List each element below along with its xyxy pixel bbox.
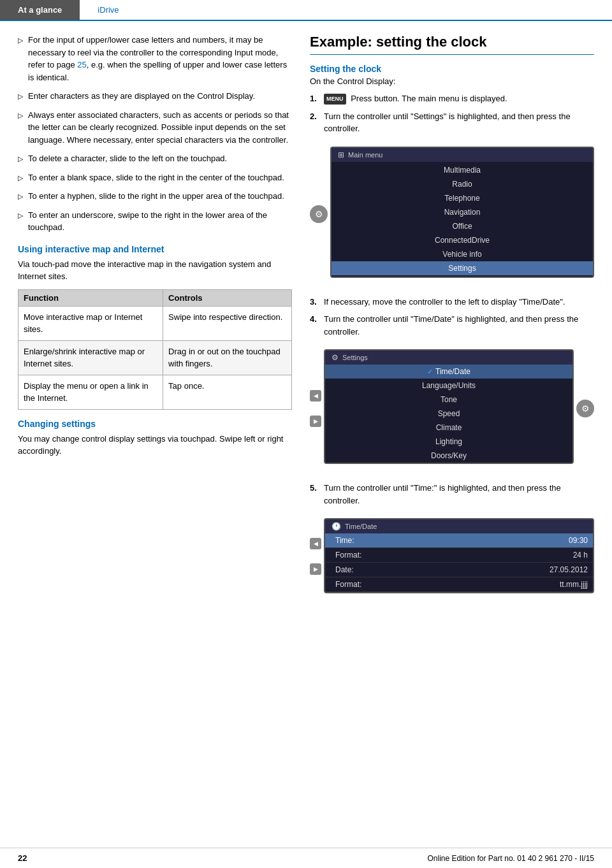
grid-icon: ⊞	[338, 150, 344, 159]
section1-heading: Using interactive map and Internet	[18, 244, 292, 254]
settings-timedate-label: Time/Date	[435, 367, 470, 376]
list-item: ▷ To enter an underscore, swipe to the r…	[18, 209, 292, 234]
settings-item-tone: Tone	[325, 393, 572, 407]
table-cell-controls: Swipe into re­spective direc­tion.	[163, 306, 292, 340]
step-num-1: 1.	[310, 92, 324, 105]
step-content-5: Turn the controller until "Time:" is hig…	[324, 482, 594, 507]
timedate-label: Time/Date	[345, 523, 377, 530]
main-menu-label: Main menu	[348, 151, 382, 159]
bullet-arrow-icon: ▷	[18, 110, 23, 121]
step-content-1: MENU Press button. The main menu is disp…	[324, 92, 594, 105]
bullet-arrow-icon: ▷	[18, 173, 23, 184]
function-table: Function Controls Move interactive map o…	[18, 289, 292, 410]
list-item: ▷ Always enter associated characters, su…	[18, 109, 292, 147]
list-item: ▷ To enter a blank space, slide to the r…	[18, 171, 292, 184]
footer: 22 Online Edition for Part no. 01 40 2 9…	[0, 848, 612, 868]
bullet-text: Always enter associated characters, such…	[28, 109, 292, 147]
list-item: ▷ To enter a hyphen, slide to the right …	[18, 190, 292, 203]
nav-arrows-timedate: ◀ ▶	[310, 538, 321, 575]
section2-heading: Changing settings	[18, 419, 292, 429]
bullet-text: To enter a blank space, slide to the rig…	[28, 171, 284, 184]
settings-item-language: Language/Units	[325, 379, 572, 393]
menu-item-telephone: Telephone	[332, 191, 593, 205]
timedate-format2-label: Format:	[325, 577, 464, 591]
menu-item-radio: Radio	[332, 177, 593, 191]
step-text-1: Press button. The main menu is displayed…	[351, 94, 507, 103]
section2-text: You may change control display settings …	[18, 433, 292, 458]
menu-item-multimedia: Multimedia	[332, 163, 593, 177]
main-menu-screen: ⊞ Main menu Multimedia Radio Telephone N…	[330, 141, 594, 287]
step-2: 2. Turn the controller until "Settings" …	[310, 110, 594, 135]
example-title: Example: setting the clock	[310, 34, 594, 55]
timedate-row-format2: Format: tt.mm.jjjj	[325, 577, 593, 592]
timedate-clock-icon: 🕐	[332, 522, 341, 531]
bullet-text: To enter an underscore, swipe to the rig…	[28, 209, 292, 234]
settings-screen-header: ⚙ Settings	[325, 351, 572, 365]
timedate-display: 🕐 Time/Date Time: 09:30 Format: 24 h Dat…	[324, 518, 594, 593]
settings-gear-icon: ⚙	[332, 353, 339, 362]
step-4: 4. Turn the controller until "Time/Date"…	[310, 313, 594, 338]
step-content-4: Turn the controller until "Time/Date" is…	[324, 313, 594, 338]
gear-icon: ⚙	[310, 205, 328, 223]
settings-screen: ⚙ Settings ✓ Time/Date Language/Units To…	[324, 344, 574, 473]
table-cell-function: Display the menu or open a link in the I…	[18, 375, 163, 409]
step-content-3: If necessary, move the controller to the…	[324, 296, 594, 308]
step-num-2: 2.	[310, 110, 324, 123]
tab-idrive[interactable]: iDrive	[80, 0, 136, 20]
page-number: 22	[18, 853, 27, 863]
nav-left-icon[interactable]: ◀	[310, 390, 321, 401]
bullet-text: Enter characters as they are displayed o…	[28, 90, 255, 103]
table-cell-function: Enlarge/shrink interactive map or Intern…	[18, 340, 163, 375]
nav-left-timedate-icon[interactable]: ◀	[310, 538, 321, 549]
settings-display: ⚙ Settings ✓ Time/Date Language/Units To…	[324, 349, 574, 464]
step-num-5: 5.	[310, 482, 324, 495]
bullet-arrow-icon: ▷	[18, 210, 23, 221]
footer-text: Online Edition for Part no. 01 40 2 961 …	[427, 854, 594, 863]
settings-gear-circle-icon: ⚙	[576, 400, 594, 417]
table-cell-controls: Tap once.	[163, 375, 292, 409]
timedate-format2-value: tt.mm.jjjj	[464, 577, 593, 591]
example-subtext: On the Control Display:	[310, 76, 594, 86]
timedate-format1-value: 24 h	[464, 548, 593, 562]
page-ref-link[interactable]: 25	[77, 60, 86, 69]
step-num-3: 3.	[310, 296, 324, 308]
main-menu-screen-container: ⚙ ⊞ Main menu Multimedia Radio Telephone…	[310, 141, 594, 287]
steps-list-3-4: 3. If necessary, move the controller to …	[310, 296, 594, 338]
timedate-screen-header: 🕐 Time/Date	[325, 519, 593, 533]
menu-item-vehicleinfo: Vehicle info	[332, 247, 593, 261]
header: At a glance iDrive	[0, 0, 612, 21]
left-column: ▷ For the input of upper/lower case lett…	[18, 34, 292, 609]
menu-item-connecteddrive: ConnectedDrive	[332, 233, 593, 247]
tab-at-a-glance[interactable]: At a glance	[0, 0, 80, 20]
nav-arrows-left: ◀ ▶	[310, 390, 321, 427]
main-menu-display: ⊞ Main menu Multimedia Radio Telephone N…	[330, 147, 594, 278]
bullet-arrow-icon: ▷	[18, 91, 23, 102]
settings-item-speed: Speed	[325, 407, 572, 421]
bullet-text: To enter a hyphen, slide to the right in…	[28, 190, 284, 203]
table-cell-function: Move interactive map or Internet sites.	[18, 306, 163, 340]
screen-menu: Multimedia Radio Telephone Navigation Of…	[332, 162, 593, 277]
timedate-date-value: 27.05.2012	[464, 563, 593, 577]
bullet-arrow-icon: ▷	[18, 154, 23, 164]
settings-item-lighting: Lighting	[325, 435, 572, 449]
timedate-time-label: Time:	[325, 533, 464, 547]
table-row: Move interactive map or Internet sites. …	[18, 306, 292, 340]
table-cell-controls: Drag in or out on the touchpad with fing…	[163, 340, 292, 375]
list-item: ▷ For the input of upper/lower case lett…	[18, 34, 292, 83]
timedate-row-format1: Format: 24 h	[325, 548, 593, 563]
settings-label: Settings	[342, 354, 368, 361]
check-icon: ✓	[427, 368, 433, 376]
step-3: 3. If necessary, move the controller to …	[310, 296, 594, 308]
nav-right-icon[interactable]: ▶	[310, 416, 321, 427]
bullet-arrow-icon: ▷	[18, 35, 23, 46]
settings-item-doorskey: Doors/Key	[325, 449, 572, 463]
table-row: Display the menu or open a link in the I…	[18, 375, 292, 409]
step-num-4: 4.	[310, 313, 324, 326]
step-1: 1. MENU Press button. The main menu is d…	[310, 92, 594, 105]
menu-item-navigation: Navigation	[332, 205, 593, 219]
list-item: ▷ Enter characters as they are displayed…	[18, 90, 292, 103]
nav-right-timedate-icon[interactable]: ▶	[310, 563, 321, 575]
settings-screen-container: ◀ ▶ ⚙ Settings ✓ Time/Date Language/Unit…	[310, 344, 594, 473]
table-col2-header: Controls	[163, 289, 292, 306]
settings-item-climate: Climate	[325, 421, 572, 435]
